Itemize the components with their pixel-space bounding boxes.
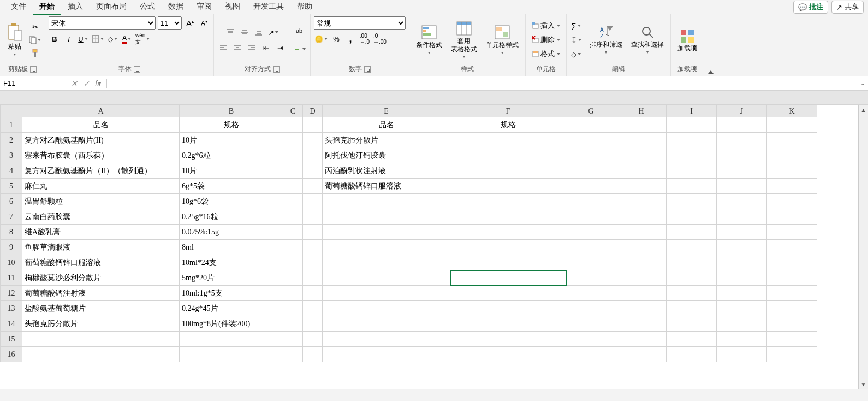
comment-button[interactable]: 💬 批注 xyxy=(793,1,828,14)
cell-H12[interactable] xyxy=(616,286,667,301)
row-header-5[interactable]: 5 xyxy=(1,179,22,194)
percent-button[interactable]: % xyxy=(330,33,342,45)
bold-button[interactable]: B xyxy=(49,33,61,45)
cell-H14[interactable] xyxy=(616,316,667,332)
row-header-15[interactable]: 15 xyxy=(1,332,22,347)
cell-E14[interactable] xyxy=(323,316,450,332)
cell-I4[interactable] xyxy=(667,163,717,179)
cell-K12[interactable] xyxy=(767,286,817,301)
cell-H6[interactable] xyxy=(616,194,667,209)
cell-G8[interactable] xyxy=(566,225,616,240)
cell-I16[interactable] xyxy=(667,347,717,362)
tab-开发工具[interactable]: 开发工具 xyxy=(247,0,290,15)
cell-G14[interactable] xyxy=(566,316,616,332)
cell-E11[interactable] xyxy=(323,270,450,286)
increase-decimal-button[interactable]: .00←.0 xyxy=(359,33,371,45)
find-select-button[interactable]: 查找和选择▾ xyxy=(628,23,667,56)
cell-K10[interactable] xyxy=(767,255,817,270)
delete-cells-button[interactable]: 删除 xyxy=(529,34,563,46)
cell-I2[interactable] xyxy=(667,133,717,148)
cell-H8[interactable] xyxy=(616,225,667,240)
border-button[interactable] xyxy=(91,33,104,45)
cell-D14[interactable] xyxy=(303,316,323,332)
cell-C5[interactable] xyxy=(283,179,303,194)
cell-H15[interactable] xyxy=(616,332,667,347)
cell-A2[interactable]: 复方对乙酰氨基酚片(II) xyxy=(22,133,180,148)
cell-E5[interactable]: 葡萄糖酸钙锌口服溶液 xyxy=(323,179,450,194)
cell-H2[interactable] xyxy=(616,133,667,148)
addins-button[interactable]: 加载项 xyxy=(674,26,700,54)
col-header-I[interactable]: I xyxy=(667,105,717,117)
cell-J2[interactable] xyxy=(717,133,767,148)
cell-H13[interactable] xyxy=(616,301,667,316)
enter-formula-button[interactable]: ✓ xyxy=(83,79,90,88)
cell-J13[interactable] xyxy=(717,301,767,316)
cell-J14[interactable] xyxy=(717,316,767,332)
cell-A13[interactable]: 盐酸氨基葡萄糖片 xyxy=(22,301,180,316)
cell-K6[interactable] xyxy=(767,194,817,209)
cell-H1[interactable] xyxy=(616,117,667,133)
row-header-13[interactable]: 13 xyxy=(1,301,22,316)
cell-I6[interactable] xyxy=(667,194,717,209)
cell-B9[interactable]: 8ml xyxy=(180,240,283,255)
number-format-select[interactable]: 常规 xyxy=(314,16,406,30)
cell-D7[interactable] xyxy=(303,209,323,225)
cell-H16[interactable] xyxy=(616,347,667,362)
cell-F5[interactable] xyxy=(450,179,566,194)
tab-开始[interactable]: 开始 xyxy=(33,0,61,15)
row-header-8[interactable]: 8 xyxy=(1,225,22,240)
fill-button[interactable]: ↧ xyxy=(570,34,582,46)
align-bottom-button[interactable] xyxy=(253,26,265,38)
cell-H4[interactable] xyxy=(616,163,667,179)
col-header-G[interactable]: G xyxy=(566,105,616,117)
cell-G12[interactable] xyxy=(566,286,616,301)
cell-A1[interactable]: 品名 xyxy=(22,117,180,133)
cell-K11[interactable] xyxy=(767,270,817,286)
cell-C14[interactable] xyxy=(283,316,303,332)
clear-button[interactable]: ◇ xyxy=(570,48,582,60)
cell-A5[interactable]: 麻仁丸 xyxy=(22,179,180,194)
cell-E7[interactable] xyxy=(323,209,450,225)
cell-G7[interactable] xyxy=(566,209,616,225)
formula-input[interactable] xyxy=(107,77,857,90)
cell-J1[interactable] xyxy=(717,117,767,133)
accounting-button[interactable]: 🪙 xyxy=(314,33,328,45)
cell-C1[interactable] xyxy=(283,117,303,133)
cell-C3[interactable] xyxy=(283,148,303,163)
cell-K7[interactable] xyxy=(767,209,817,225)
col-header-E[interactable]: E xyxy=(323,105,450,117)
cell-I12[interactable] xyxy=(667,286,717,301)
cell-B5[interactable]: 6g*5袋 xyxy=(180,179,283,194)
cell-G1[interactable] xyxy=(566,117,616,133)
format-painter-button[interactable] xyxy=(29,47,41,59)
decrease-font-button[interactable]: A▾ xyxy=(198,17,210,29)
cell-B15[interactable] xyxy=(180,332,283,347)
cell-D4[interactable] xyxy=(303,163,323,179)
cell-D11[interactable] xyxy=(303,270,323,286)
cell-K8[interactable] xyxy=(767,225,817,240)
cut-button[interactable]: ✂ xyxy=(29,21,41,33)
align-right-button[interactable] xyxy=(246,42,258,54)
underline-button[interactable]: U xyxy=(77,33,89,45)
cell-J4[interactable] xyxy=(717,163,767,179)
cell-C12[interactable] xyxy=(283,286,303,301)
cell-J5[interactable] xyxy=(717,179,767,194)
col-header-C[interactable]: C xyxy=(283,105,303,117)
row-header-9[interactable]: 9 xyxy=(1,240,22,255)
cell-D13[interactable] xyxy=(303,301,323,316)
cell-E4[interactable]: 丙泊酚乳状注射液 xyxy=(323,163,450,179)
row-header-3[interactable]: 3 xyxy=(1,148,22,163)
cell-J15[interactable] xyxy=(717,332,767,347)
cell-F10[interactable] xyxy=(450,255,566,270)
align-middle-button[interactable] xyxy=(239,26,251,38)
cell-I11[interactable] xyxy=(667,270,717,286)
cell-E13[interactable] xyxy=(323,301,450,316)
row-header-1[interactable]: 1 xyxy=(1,117,22,133)
cell-I13[interactable] xyxy=(667,301,717,316)
cell-G6[interactable] xyxy=(566,194,616,209)
align-left-button[interactable] xyxy=(217,42,229,54)
cell-K15[interactable] xyxy=(767,332,817,347)
font-name-select[interactable]: 宋体 xyxy=(49,16,156,30)
cell-A9[interactable]: 鱼腥草滴眼液 xyxy=(22,240,180,255)
row-header-2[interactable]: 2 xyxy=(1,133,22,148)
